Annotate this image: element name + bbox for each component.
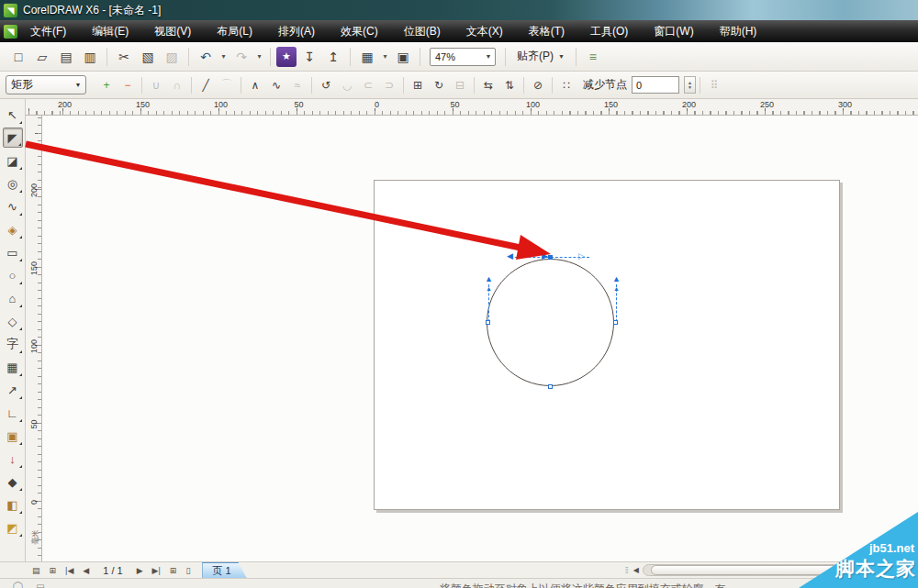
menu-text[interactable]: 文本(X) (453, 20, 516, 43)
vertical-ruler[interactable]: 200150100500 (26, 116, 42, 561)
reflect-horizontal-icon[interactable]: ⇆ (478, 75, 498, 95)
menu-effects[interactable]: 效果(C) (328, 20, 391, 43)
undo-dropdown-icon[interactable]: ▾ (218, 46, 229, 68)
property-icon (141, 77, 142, 94)
reflect-vertical-icon[interactable]: ⇅ (499, 75, 520, 95)
save-icon[interactable]: ▤ (55, 46, 77, 68)
undo-icon[interactable]: ↶ (195, 46, 217, 68)
window-title: CorelDRAW X6 - [未命名 -1] (23, 3, 161, 18)
color-eyedropper-tool[interactable]: ↓ (3, 449, 23, 469)
menu-bitmaps[interactable]: 位图(B) (391, 20, 453, 43)
rectangle-tool[interactable]: ▭ (3, 242, 23, 262)
search-content-icon[interactable]: ★ (276, 47, 297, 67)
navigator-icon[interactable]: ▤ (28, 566, 45, 575)
smooth-node-icon[interactable]: ∿ (266, 75, 286, 95)
dimension-tool[interactable]: ↗ (3, 380, 23, 400)
handle-arrow-right-icon[interactable]: ▶ (542, 251, 548, 261)
pane-splitter[interactable]: ⁞⁞ (625, 566, 628, 575)
page-icon[interactable]: ▯ (181, 566, 195, 575)
convert-to-line-icon[interactable]: ╱ (196, 75, 216, 95)
toolbar-icon (188, 48, 189, 66)
next-page-button[interactable]: ▶ (132, 566, 148, 575)
shape-preset-dropdown[interactable]: 矩形 ▼ (6, 75, 86, 94)
menu-edit[interactable]: 编辑(E) (79, 20, 141, 43)
add-page-right-button[interactable]: ⊞ (165, 566, 182, 575)
h-ruler-label: 200 (650, 99, 728, 109)
scroll-left-button[interactable]: ◀ (633, 566, 639, 574)
fill-tool[interactable]: ◧ (3, 494, 23, 515)
smart-fill-tool[interactable]: ◈ (3, 219, 23, 239)
menu-layout[interactable]: 布局(L) (204, 20, 265, 43)
launcher-dropdown-icon[interactable]: ▾ (380, 46, 390, 68)
left-handle-arrow-icon[interactable]: ▲ (485, 275, 493, 283)
add-page-left-button[interactable]: ⊞ (45, 566, 62, 575)
handle-arrow-left-icon[interactable]: ◀ (507, 251, 513, 261)
cut-icon[interactable]: ✂ (113, 46, 135, 68)
preset-dropdown-icon[interactable]: ▼ (71, 82, 85, 88)
rotate-skew-nodes-icon[interactable]: ↻ (429, 75, 449, 95)
redo-dropdown-icon[interactable]: ▾ (254, 46, 264, 68)
left-handle-arrow2-icon[interactable]: ▲ (486, 284, 492, 293)
elastic-mode-icon[interactable]: ⊘ (528, 75, 548, 95)
reduce-nodes-stepper[interactable]: ▲ ▼ (684, 76, 696, 94)
welcome-screen-icon[interactable]: ▣ (392, 46, 414, 68)
blend-tool[interactable]: ▣ (3, 426, 23, 446)
export-icon[interactable]: ↥ (322, 46, 344, 68)
table-tool[interactable]: ▦ (3, 357, 23, 377)
reduce-nodes-input[interactable]: 0 (632, 76, 679, 94)
basic-shapes-tool[interactable]: ◇ (3, 311, 23, 331)
page-tab[interactable]: 页 1 (202, 562, 246, 578)
menu-window[interactable]: 窗口(W) (641, 20, 706, 43)
delete-node-icon[interactable]: − (118, 75, 138, 95)
select-all-nodes-icon[interactable]: ∷ (556, 75, 577, 95)
application-launcher-icon[interactable]: ▦ (356, 46, 378, 68)
node-left[interactable] (486, 320, 490, 325)
copy-icon[interactable]: ▧ (137, 46, 159, 68)
text-tool[interactable]: 字 (3, 334, 23, 354)
menu-help[interactable]: 帮助(H) (707, 20, 770, 43)
open-icon[interactable]: ▱ (31, 46, 53, 68)
zoom-dropdown-icon[interactable]: ▼ (482, 53, 495, 60)
crop-tool[interactable]: ◪ (3, 150, 23, 171)
ellipse-tool[interactable]: ○ (3, 265, 23, 285)
options-icon[interactable]: ≡ (582, 46, 604, 68)
freehand-tool[interactable]: ∿ (3, 196, 23, 216)
handle-arrow-right2-icon[interactable]: ▷ (578, 251, 585, 261)
node-right[interactable] (613, 320, 618, 325)
right-handle-arrow-icon[interactable]: ▲ (612, 275, 621, 283)
menu-arrange[interactable]: 排列(A) (265, 20, 328, 43)
node-top-selected[interactable] (548, 255, 553, 260)
node-bottom[interactable] (548, 384, 553, 389)
import-icon[interactable]: ↧ (298, 46, 320, 68)
stretch-nodes-icon[interactable]: ⊞ (408, 75, 428, 95)
zoom-level-combobox[interactable]: 47% ▼ (430, 48, 496, 66)
new-document-icon[interactable]: □ (7, 46, 29, 68)
snap-button[interactable]: 贴齐(P) ▼ (511, 49, 570, 64)
horizontal-ruler[interactable]: 200150100500501001502002503003 (26, 99, 918, 116)
snap-dropdown-icon[interactable]: ▼ (558, 53, 565, 60)
stepper-down-icon[interactable]: ▼ (688, 85, 692, 90)
cusp-node-icon[interactable]: ∧ (245, 75, 265, 95)
menu-table[interactable]: 表格(T) (516, 20, 577, 43)
canvas[interactable]: ◀ ▶ ▷ ▲ ▲ ▲ ▲ (42, 116, 918, 561)
pick-tool[interactable]: ↖ (3, 105, 23, 125)
interactive-fill-tool[interactable]: ◩ (3, 517, 23, 538)
prev-page-button[interactable]: ◀ (78, 566, 94, 575)
right-handle-arrow2-icon[interactable]: ▲ (613, 284, 620, 293)
print-icon[interactable]: ▥ (79, 46, 101, 68)
outline-pen-tool[interactable]: ◆ (3, 472, 23, 492)
extend-curve-to-close-icon: ⊃ (379, 75, 399, 95)
menu-tools[interactable]: 工具(O) (577, 20, 641, 43)
curve-smoothness-icon: ⠿ (704, 75, 724, 95)
polygon-tool[interactable]: ⌂ (3, 288, 23, 308)
menu-view[interactable]: 视图(V) (141, 20, 204, 43)
connector-tool[interactable]: ∟ (3, 403, 23, 423)
zoom-tool[interactable]: ◎ (3, 173, 23, 194)
add-node-icon[interactable]: + (96, 75, 117, 95)
first-page-button[interactable]: |◀ (61, 566, 78, 575)
last-page-button[interactable]: ▶| (148, 566, 165, 575)
menu-file[interactable]: 文件(F) (17, 20, 79, 43)
ellipse-shape[interactable] (487, 259, 614, 386)
reverse-direction-icon[interactable]: ↺ (316, 75, 336, 95)
shape-tool[interactable]: ◤ (3, 128, 23, 148)
